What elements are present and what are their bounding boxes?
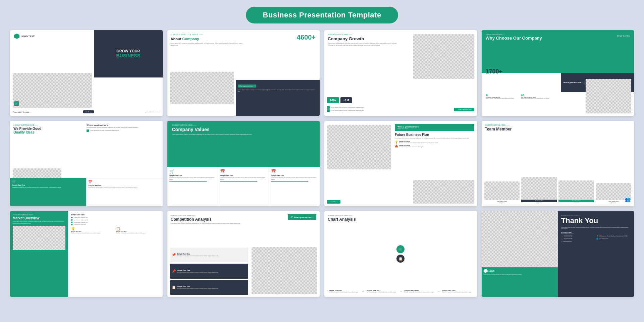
about-write-desc: Lorem ipsum dolor sit amet, consectetur … xyxy=(238,89,318,92)
market-title: Market Overview xyxy=(13,216,65,220)
quality-check: Lorem ipsum dolor sit amet, consectetuer… xyxy=(87,129,160,132)
market-image xyxy=(13,226,65,250)
market-item2: 📋 Simple Text Two Sed diam nonumy nibh e… xyxy=(116,227,160,234)
comp-card3: 📋 Simple Text Two Sed diam nonumy nibh e… xyxy=(170,280,249,295)
visit-button[interactable]: Visit Now ↓ xyxy=(83,110,94,113)
email-item: ✉ mail@goes here xyxy=(561,240,595,243)
arrow1: → xyxy=(360,288,366,294)
plan-feat1: 💡 Simple Text Here Sed diam nonumy nibh … xyxy=(395,141,474,144)
center-icon1: 🛒 xyxy=(396,245,405,253)
num2: 02 xyxy=(521,93,549,96)
val-card-3: 📅 Simple Text Two Consectetuer adipiscin… xyxy=(269,167,320,207)
val-card-1: 🛒 Simple Text One Consectetuer adipiscin… xyxy=(167,167,218,207)
comp-card1: 📌 Simple Text One Sed diam nonumy nibh e… xyxy=(170,248,249,262)
quality-card1: 🛒 Simple Text One Consectetuer adipiscin… xyxy=(10,178,86,206)
item2-desc: Sed diam nonumy nibh euismod tincidunt u… xyxy=(116,233,160,234)
slide-thankyou: LOGO Lorem ipsum is simply dummy text of… xyxy=(482,211,634,297)
write-btn[interactable]: ← Write a great text here xyxy=(454,108,474,111)
val2-title: Simple Text Two xyxy=(220,174,267,176)
info-item4: Simple Text Four Sed diam nonumy nibh eu… xyxy=(441,288,474,294)
ty-teal-bar: LOGO Lorem ipsum is simply dummy text of… xyxy=(482,267,558,297)
member2-name-tag: Your Name Here xyxy=(521,200,557,202)
num-item-2: 02 Sed diam nonumy nibh euismod tincidun… xyxy=(521,93,549,99)
arrow3: → xyxy=(436,288,441,294)
team-member-2: Your Name Here Designation xyxy=(521,177,557,204)
address-icon: 📍 xyxy=(596,235,598,237)
member1-photo xyxy=(484,181,520,200)
plan-image1 xyxy=(327,125,391,169)
team-icon: 👥 xyxy=(625,197,631,202)
card1-desc: Consectetuer adipiscing elit, sed diam n… xyxy=(12,187,84,189)
slide-quality: A GREAT SUBTITLE HERE —— We Provide Good… xyxy=(10,121,163,207)
growth-stats: 100k +1M xyxy=(327,97,352,103)
slide-growth: A GREAT SUBTITLE HERE —— Company Growth … xyxy=(324,30,477,116)
val2-icon: 📅 xyxy=(220,169,267,174)
plan-feat2: 📤 Simple Text Here Lorem ipsum dolor sit… xyxy=(395,145,474,148)
ty-contact-phones: 📞 333 123 456789 📞 333 123 456789 ✉ mail… xyxy=(561,235,595,243)
logo-area: LOGO TEXT xyxy=(14,34,34,39)
team-title: Team Member xyxy=(485,127,631,131)
values-teal-top: A GREAT SUBTITLE HERE —— Company Values … xyxy=(167,121,320,167)
val3-title: Simple Text Two xyxy=(271,174,318,176)
logo-text: LOGO TEXT xyxy=(21,35,34,38)
feat1-desc: Sed diam nonumy nibh euismod tincidunt u… xyxy=(399,142,438,144)
comp2-icon: 📌 xyxy=(172,269,176,273)
info2-desc: Sed diam nonumy nibh euismod tincidunt u… xyxy=(367,292,397,293)
phone-icon1: 📞 xyxy=(561,235,563,237)
ty-contact-address: 📍 123 Anywhere Street, City Name, Countr… xyxy=(596,235,631,243)
member3-photo xyxy=(558,180,594,199)
plan-desc: Lorem ipsum dolor sit amet, consectetur … xyxy=(395,138,474,139)
write-btn-text: Write a great text here → xyxy=(239,85,255,87)
market-right: Simple Text Here Lorem ipsum is simply t… xyxy=(71,214,160,294)
check-item2: Lorem ipsum dolor sit amet, consectetuer… xyxy=(327,109,364,112)
quality-write-desc: Lorem ipsum dolor sit amet, consectetur … xyxy=(87,127,160,128)
page-title: Business Presentation Template xyxy=(246,7,398,23)
ty-lorem: Lorem ipsum is simply dummy text of the … xyxy=(484,274,556,276)
comp2-desc: Sed diam nonumy nibh euismod tincidunt u… xyxy=(177,272,218,273)
card1-title: Simple Text One xyxy=(12,184,84,186)
why-image xyxy=(586,79,631,113)
card2-desc: Consectetuer adipiscing elit, sed diam n… xyxy=(88,187,160,189)
stat2: +1M xyxy=(340,97,352,103)
team-subtitle: A GREAT SUBTITLE HERE —— xyxy=(485,124,631,126)
market-simple-title: Simple Text Here xyxy=(71,214,160,216)
comp-cards: 📌 Simple Text One Sed diam nonumy nibh e… xyxy=(167,246,251,297)
card2-title: Simple Text Two xyxy=(88,184,160,186)
comp-write-box: ↗ Write a great text here → xyxy=(288,214,316,220)
market-items: 💡 Simple Text One Sed diam nonumy nibh e… xyxy=(71,227,160,234)
ty-left-image xyxy=(482,211,558,267)
comp-image xyxy=(252,247,317,294)
slide-chart: A GREAT SUBTITLE HERE —— Chart Analysis … xyxy=(324,211,477,297)
ty-contacts: 📞 333 123 456789 📞 333 123 456789 ✉ mail… xyxy=(561,235,631,243)
member2-photo xyxy=(521,177,557,199)
val1-icon: 🛒 xyxy=(169,169,216,174)
bottom-bar: Presentation Template → Visit Now ↓ your… xyxy=(10,108,163,116)
slides-grid: LOGO TEXT GROW YOUR BUSINESS Presentatio… xyxy=(7,30,637,297)
about-desc: Lorem ipsum dolor sit amet, consectetur … xyxy=(171,42,244,46)
comp1-desc: Sed diam nonumy nibh euismod tincidunt u… xyxy=(177,255,218,257)
chart-center: 🛒 📋 xyxy=(396,245,405,263)
subtitle-text: Presentation Template → xyxy=(13,111,32,113)
growth-image xyxy=(413,34,474,79)
email-icon: ✉ xyxy=(561,240,562,243)
market-subtitle: A GREAT SUBTITLE HERE —— xyxy=(13,214,65,216)
quality-right: Write a great text here Lorem ipsum dolo… xyxy=(87,124,160,132)
team-member-3: Your Name Here Designation xyxy=(558,180,594,204)
market-checks: Lorem ipsum is simply text consectetuer … xyxy=(71,217,160,225)
slide-market: A GREAT SUBTITLE HERE —— Market Overview… xyxy=(10,211,163,297)
arrow2: → xyxy=(398,288,403,294)
headline1: GROW YOUR xyxy=(116,49,140,53)
slide-about: A GREAT SUBTITLE HERE —— About Company 4… xyxy=(167,30,320,116)
growth-desc: Consectetuer adipiscing elit, sed diam n… xyxy=(328,42,398,46)
plan-image2 xyxy=(413,180,474,204)
write-button[interactable]: Write a great text here → xyxy=(238,85,256,88)
card1-icon: 🛒 xyxy=(12,180,84,183)
item2-icon: 📋 xyxy=(116,227,160,230)
values-subtitle: A GREAT SUBTITLE HERE —— xyxy=(172,124,315,126)
learn-btn[interactable]: Learn More ↓ xyxy=(327,200,340,204)
comp-desc: Lorem ipsum dolor sit amet, consectetur … xyxy=(171,223,244,224)
website-item: 🌐 your website here xyxy=(596,238,631,240)
val1-line xyxy=(169,181,207,182)
val1-desc: Consectetuer adipiscing elit, sed diam n… xyxy=(169,177,216,180)
check4: Lorem ipsum goes here xyxy=(71,224,160,225)
